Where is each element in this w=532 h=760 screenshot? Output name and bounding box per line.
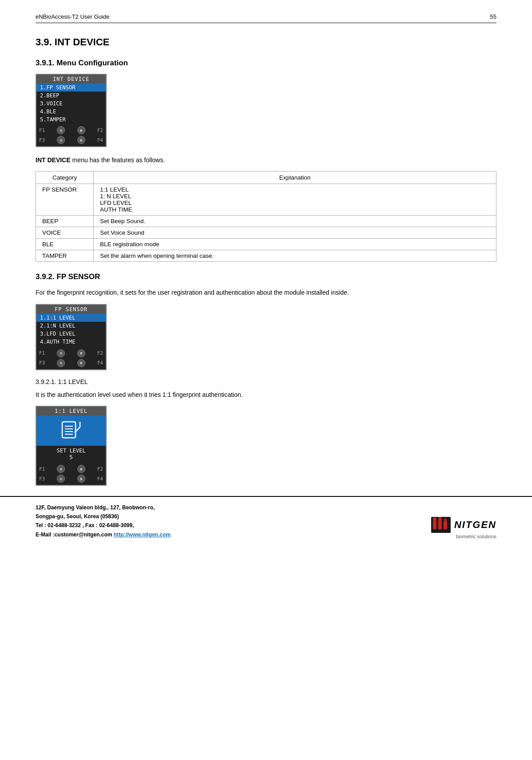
footer-address-line1: 12F, Daemyung Valeon bldg., 127, Beobwon…: [36, 503, 171, 512]
brand-tagline: biometric solutions: [456, 534, 496, 539]
menu-item-fp-sensor: 1.FP SENSOR: [36, 84, 106, 92]
fp-btn-circle-right-2: ⊕: [77, 359, 85, 367]
section-3-9-2: 3.9.2. FP SENSOR For the fingerprint rec…: [36, 272, 496, 370]
fp-menu-item-1-1: 1.1:1 LEVEL: [36, 314, 106, 322]
table-row: TAMPER Set the alarm when opening termin…: [36, 250, 496, 262]
table-row: VOICE Set Voice Sound: [36, 227, 496, 239]
int-device-desc-suffix: menu has the features as follows.: [71, 156, 165, 164]
fp-menu-title: FP SENSOR: [36, 305, 106, 314]
level-btn-f1: F1: [39, 466, 45, 472]
int-device-bold: INT DEVICE: [36, 156, 71, 164]
menu-item-voice: 3.VOICE: [36, 100, 106, 108]
level-icon-area: [36, 416, 106, 446]
level-btn-circle-right-2: ⊕: [77, 475, 85, 483]
level-set-value: 5: [36, 454, 106, 462]
level-btn-f3: F3: [39, 476, 45, 482]
int-device-description: INT DEVICE menu has the features as foll…: [36, 155, 496, 165]
footer-address: 12F, Daemyung Valeon bldg., 127, Beobwon…: [36, 503, 171, 540]
fp-menu-item-1-n: 2.1:N LEVEL: [36, 322, 106, 330]
fp-btn-f2: F2: [97, 350, 103, 356]
table-row: FP SENSOR 1:1 LEVEL1: N LEVELLFD LEVELAU…: [36, 184, 496, 216]
fingerprint-icon: [60, 420, 82, 441]
btn-circle-left-1: ⊙: [57, 126, 65, 134]
btn-circle-right-1: ⊕: [77, 126, 85, 134]
footer-email-prefix: E-Mail :customer@nitgen.com: [36, 532, 114, 538]
level-menu-title: 1:1 LEVEL: [36, 407, 106, 416]
btn-circle-left-2: ⊙: [57, 136, 65, 144]
table-row: BLE BLE registration mode: [36, 239, 496, 250]
section-3-9: 3.9. INT DEVICE: [36, 36, 496, 48]
btn-circle-right-2: ⊕: [77, 136, 85, 144]
fp-btn-f1: F1: [39, 350, 45, 356]
svg-point-11: [433, 517, 436, 521]
level-btn-circle-left-1: ⊙: [57, 465, 65, 473]
footer-logo: NITGEN biometric solutions: [431, 517, 496, 539]
btn-f2: F2: [97, 128, 103, 133]
fp-sensor-menu-screenshot: FP SENSOR 1.1:1 LEVEL 2.1:N LEVEL 3.LFD …: [36, 304, 107, 370]
fp-btn-circle-right-1: ⊕: [77, 349, 85, 357]
svg-rect-8: [433, 520, 436, 529]
header-title: eNBioAccess-T2 User Guide: [36, 13, 109, 20]
svg-point-13: [444, 519, 447, 521]
level-btn-f4: F4: [97, 476, 103, 482]
btn-f4: F4: [97, 137, 103, 143]
brand-name: NITGEN: [454, 519, 496, 531]
page-footer: 12F, Daemyung Valeon bldg., 127, Beobwon…: [0, 496, 532, 548]
btn-f1: F1: [39, 128, 45, 133]
table-cell-fp-explanation: 1:1 LEVEL1: N LEVELLFD LEVELAUTH TIME: [94, 184, 496, 216]
table-cell-ble-explanation: BLE registration mode: [94, 239, 496, 250]
section-3-9-title: 3.9. INT DEVICE: [36, 36, 496, 48]
svg-rect-0: [62, 422, 76, 438]
nitgen-brand: NITGEN: [431, 517, 496, 533]
level-menu-screenshot: 1:1 LEVEL SET LEVEL 5 F1 ⊙: [36, 406, 107, 486]
section-3-9-2-description: For the fingerprint recognition, it sets…: [36, 288, 496, 297]
fp-btn-f3: F3: [39, 360, 45, 366]
table-header-category: Category: [36, 172, 94, 184]
table-row: BEEP Set Beep Sound.: [36, 216, 496, 227]
fp-btn-f4: F4: [97, 360, 103, 366]
section-3-9-1-title: 3.9.1. Menu Configuration: [36, 59, 496, 68]
table-cell-tamper-explanation: Set the alarm when opening terminal case…: [94, 250, 496, 262]
menu-item-tamper: 5.TAMPER: [36, 116, 106, 124]
table-cell-voice: VOICE: [36, 227, 94, 239]
table-cell-beep: BEEP: [36, 216, 94, 227]
table-cell-fp-sensor: FP SENSOR: [36, 184, 94, 216]
level-set-label: SET LEVEL: [36, 446, 106, 454]
menu-item-ble: 4.BLE: [36, 108, 106, 116]
section-3-9-2-1: 3.9.2.1. 1:1 LEVEL It is the authenticat…: [36, 378, 496, 486]
level-btn-f2: F2: [97, 466, 103, 472]
table-cell-beep-explanation: Set Beep Sound.: [94, 216, 496, 227]
section-3-9-2-1-title: 3.9.2.1. 1:1 LEVEL: [36, 378, 496, 385]
fp-menu-item-lfd: 3.LFD LEVEL: [36, 330, 106, 338]
svg-rect-9: [438, 519, 442, 529]
menu-title: INT DEVICE: [36, 75, 106, 84]
footer-address-line4: E-Mail :customer@nitgen.com http://www.n…: [36, 530, 171, 539]
footer-address-line3: Tel : 02-6488-3232 , Fax : 02-6488-3099,: [36, 521, 171, 530]
feature-table: Category Explanation FP SENSOR 1:1 LEVEL…: [36, 171, 496, 262]
table-cell-voice-explanation: Set Voice Sound: [94, 227, 496, 239]
int-device-menu-screenshot: INT DEVICE 1.FP SENSOR 2.BEEP 3.VOICE 4.…: [36, 74, 107, 147]
btn-f3: F3: [39, 137, 45, 143]
svg-rect-10: [444, 521, 447, 529]
level-btn-circle-left-2: ⊙: [57, 475, 65, 483]
menu-item-beep: 2.BEEP: [36, 92, 106, 100]
table-header-explanation: Explanation: [94, 172, 496, 184]
section-3-9-2-title: 3.9.2. FP SENSOR: [36, 272, 496, 281]
footer-website-link[interactable]: http://www.nitgen.com: [114, 532, 171, 538]
table-cell-tamper: TAMPER: [36, 250, 94, 262]
nitgen-logo-icon: [431, 517, 451, 533]
header-page-number: 55: [490, 13, 496, 20]
table-cell-ble: BLE: [36, 239, 94, 250]
footer-address-line2: Songpa-gu, Seoul, Korea (05836): [36, 512, 171, 521]
fp-btn-circle-left-1: ⊙: [57, 349, 65, 357]
page-header: eNBioAccess-T2 User Guide 55: [36, 13, 496, 23]
section-3-9-2-1-description: It is the authentication level used when…: [36, 390, 496, 400]
fp-btn-circle-left-2: ⊙: [57, 359, 65, 367]
section-3-9-1: 3.9.1. Menu Configuration INT DEVICE 1.F…: [36, 59, 496, 262]
fp-menu-item-auth: 4.AUTH TIME: [36, 338, 106, 346]
level-btn-circle-right-1: ⊕: [77, 465, 85, 473]
